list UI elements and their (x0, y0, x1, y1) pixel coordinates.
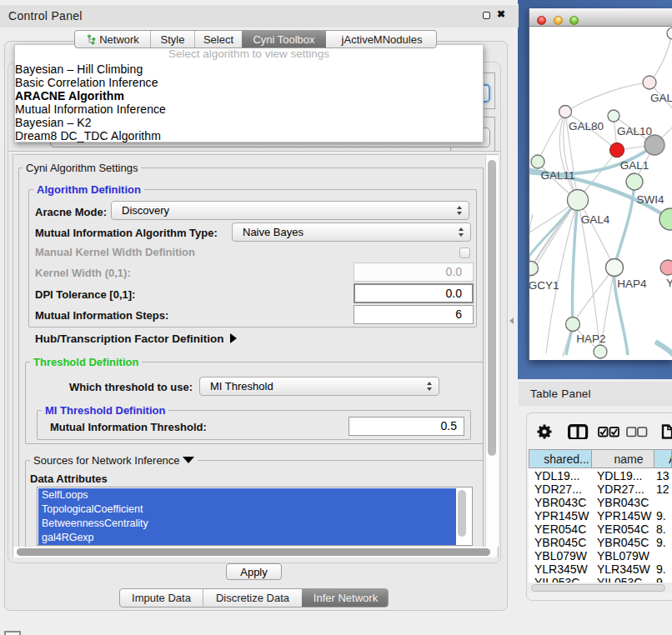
svg-text:HAP2: HAP2 (576, 332, 605, 345)
svg-text:GAL10: GAL10 (617, 125, 652, 138)
svg-text:GAL1: GAL1 (620, 159, 649, 172)
svg-text:Y: Y (666, 277, 672, 289)
svg-text:GAL80: GAL80 (569, 120, 604, 132)
svg-text:GAL: GAL (650, 92, 672, 104)
svg-text:HAP4: HAP4 (617, 278, 647, 290)
svg-text:SWI4: SWI4 (636, 193, 664, 206)
svg-text:GCY1: GCY1 (529, 279, 559, 292)
svg-text:GAL11: GAL11 (540, 169, 574, 182)
svg-text:GAL4: GAL4 (581, 213, 610, 226)
